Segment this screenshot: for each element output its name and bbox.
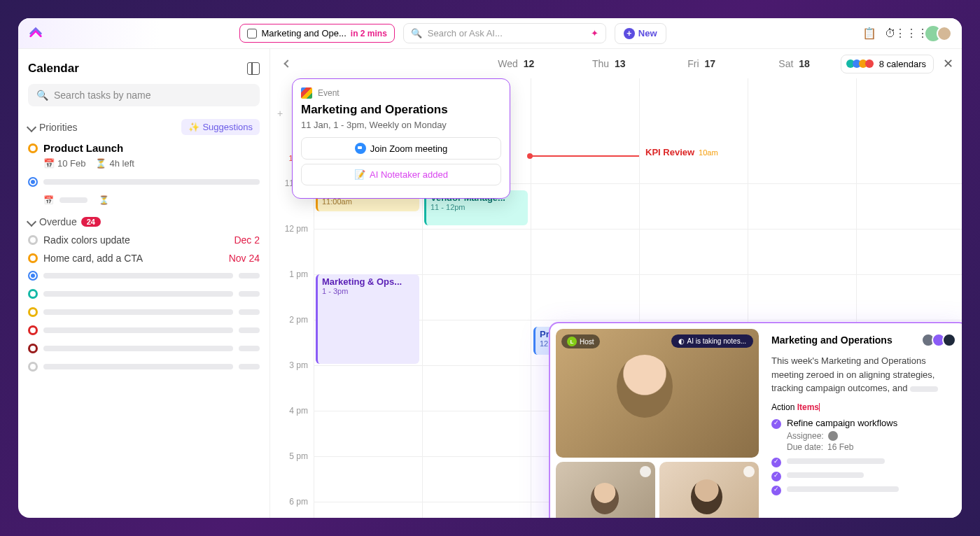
google-calendar-icon (301, 87, 312, 99)
task-meta: 📅 10 Feb ⏳ 4h left (28, 158, 260, 169)
attendee-avatars[interactable] (925, 333, 956, 347)
panel-toggle-icon[interactable] (247, 62, 260, 75)
action-item[interactable] (771, 470, 956, 480)
event-pill-time: in 2 mins (351, 29, 387, 38)
overdue-count: 24 (81, 217, 101, 227)
sidebar: Calendar 🔍 Search tasks by name Prioriti… (18, 49, 270, 518)
day-header[interactable]: Sat 18 (748, 58, 840, 69)
due-date: Dec 2 (234, 234, 260, 246)
suggestions-button[interactable]: ✨ Suggestions (181, 119, 260, 135)
popup-title: Marketing and Operations (301, 103, 501, 117)
meeting-summary: This week's Marketing and Operations mee… (771, 354, 956, 395)
sidebar-search-placeholder: Search tasks by name (54, 90, 151, 101)
due-date: Nov 24 (229, 253, 260, 264)
task-title: Radix colors update (43, 234, 130, 246)
user-avatars[interactable] (925, 26, 952, 41)
task-row[interactable] (28, 362, 260, 372)
close-icon[interactable]: ✕ (941, 57, 955, 71)
time-label: 5 pm (289, 451, 308, 461)
task-row[interactable]: 📅⏳ (28, 195, 260, 205)
time-label: 12 pm (285, 224, 308, 234)
task-row[interactable] (28, 307, 260, 317)
global-search[interactable]: 🔍 Search or Ask AI... ✦ (403, 23, 606, 43)
sidebar-search[interactable]: 🔍 Search tasks by name (28, 84, 260, 106)
upcoming-event-pill[interactable]: Marketing and Ope... in 2 mins (239, 24, 394, 43)
event-time: 10am (699, 148, 718, 157)
task-time-left: ⏳ 4h left (95, 158, 134, 169)
overdue-toggle[interactable]: Overdue 24 (28, 216, 101, 227)
search-icon: 🔍 (411, 28, 422, 38)
check-icon (771, 486, 781, 495)
app-logo[interactable] (28, 26, 43, 41)
mute-icon (640, 466, 651, 477)
day-header[interactable]: Thu 13 (562, 58, 654, 69)
status-dot-icon (28, 271, 38, 281)
ai-notes-badge: ◐AI is taking notes... (671, 334, 754, 348)
task-row[interactable] (28, 271, 260, 281)
status-dot-icon (28, 253, 38, 263)
task-row[interactable] (28, 325, 260, 335)
video-participant[interactable]: James (659, 462, 759, 518)
participant-face (691, 479, 722, 514)
note-icon: 📝 (354, 169, 365, 180)
day-header[interactable]: Wed 12 (470, 58, 562, 69)
join-zoom-button[interactable]: Join Zoom meeting (301, 137, 501, 160)
calendar-grid[interactable]: + 10:24 11 am 12 pm 1 pm 2 pm 3 pm 4 pm … (270, 78, 962, 518)
notetaker-button[interactable]: 📝 AI Notetaker added (301, 164, 501, 185)
day-headers: Wed 12 Thu 13 Fri 17 Sat 18 (305, 58, 841, 69)
status-dot-icon (28, 344, 38, 353)
sparkle-icon: ✨ (188, 122, 200, 132)
meeting-notes-card: LHost ◐AI is taking notes... Williams (549, 322, 962, 518)
task-row[interactable] (28, 344, 260, 353)
new-label: New (638, 28, 657, 38)
status-dot-icon (28, 235, 38, 245)
calendar-area: Wed 12 Thu 13 Fri 17 Sat 18 8 calendars … (270, 49, 962, 518)
action-item[interactable]: Refine campaign workflows (771, 418, 956, 428)
sidebar-header: Calendar (28, 62, 260, 76)
task-row[interactable]: Radix colors update Dec 2 (28, 234, 260, 246)
calendar-event[interactable]: Marketing & Ops... 1 - 3pm (316, 274, 419, 364)
day-header[interactable]: Fri 17 (655, 58, 748, 69)
event-title: Marketing & Ops... (322, 276, 415, 287)
popup-kicker-label: Event (318, 88, 340, 98)
task-row[interactable]: Product Launch (28, 142, 260, 154)
nav-arrows[interactable] (270, 61, 305, 66)
video-participant[interactable]: Williams (556, 462, 655, 518)
task-row[interactable] (28, 289, 260, 299)
video-main[interactable]: LHost ◐AI is taking notes... (556, 329, 759, 458)
status-dot-icon (28, 143, 38, 153)
priorities-toggle[interactable]: Priorities (28, 122, 77, 133)
add-slot-icon[interactable]: + (277, 108, 283, 119)
video-grid: LHost ◐AI is taking notes... Williams (556, 329, 759, 518)
task-row[interactable] (28, 177, 260, 187)
action-item[interactable] (771, 456, 956, 466)
status-dot-icon (28, 362, 38, 372)
meeting-title: Marketing and Operations (771, 334, 892, 346)
status-dot-icon (28, 307, 38, 317)
apps-grid-icon[interactable]: ⋮⋮⋮ (904, 27, 918, 41)
clipboard-icon[interactable]: 📋 (862, 27, 876, 41)
popup-kicker: Event (301, 87, 501, 99)
search-placeholder: Search or Ask AI... (428, 28, 503, 38)
calendars-pill[interactable]: 8 calendars (841, 55, 934, 73)
video-thumbnails: Williams James (556, 462, 759, 518)
time-label: 4 pm (289, 406, 308, 416)
time-label: 1 pm (289, 269, 308, 279)
suggestions-label: Suggestions (202, 122, 253, 132)
status-dot-icon (28, 325, 38, 335)
action-item[interactable] (771, 484, 956, 494)
status-dot-icon (28, 289, 38, 299)
task-row[interactable]: Home card, add a CTA Nov 24 (28, 253, 260, 264)
action-assignee: Assignee: (771, 431, 956, 441)
overdue-label: Overdue (39, 216, 77, 227)
event-popup: Event Marketing and Operations 11 Jan, 1… (292, 78, 510, 199)
chevron-left-icon (284, 59, 291, 67)
task-title: Home card, add a CTA (43, 253, 143, 264)
priorities-section: Priorities ✨ Suggestions (28, 119, 260, 135)
overdue-section: Overdue 24 (28, 216, 260, 227)
now-indicator (531, 155, 639, 157)
chevron-down-icon (27, 217, 36, 227)
new-button[interactable]: + New (615, 23, 666, 44)
calendar-header: Wed 12 Thu 13 Fri 17 Sat 18 8 calendars … (270, 49, 962, 78)
calendar-event[interactable]: KPI Review 10am (641, 145, 746, 160)
